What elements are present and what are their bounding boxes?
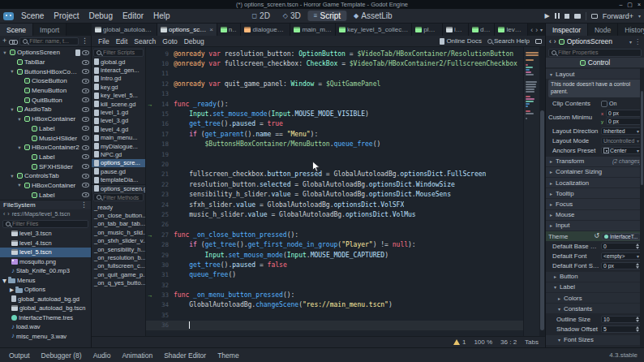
stop-button[interactable] (565, 14, 569, 19)
spinner-arrows[interactable] (636, 317, 639, 322)
bottom-panel-output[interactable]: Output (4, 351, 35, 360)
code-line-15[interactable]: 15 Input.set_mouse_mode(Input.MOUSE_MODE… (146, 109, 523, 119)
movie-mode-button[interactable] (574, 14, 581, 19)
online-docs-button[interactable]: Online Docs (440, 37, 482, 45)
bottom-panel-animation[interactable]: Animation (117, 351, 157, 360)
scene-options-icon[interactable]: ⋮ (81, 37, 88, 45)
spinner-arrows[interactable] (636, 263, 639, 269)
workspace-assetlib[interactable]: ◆AssetLib (348, 11, 398, 21)
code-line-26[interactable]: 26 (146, 220, 523, 230)
script-item-npc-gd[interactable]: NPC.gd (92, 150, 145, 158)
add-node-button[interactable]: + (2, 37, 6, 45)
dock-tab-node[interactable]: Node (588, 24, 618, 36)
indent-type[interactable]: Tabs (525, 338, 539, 346)
object-history-icon[interactable]: ▾ (629, 39, 632, 45)
connected-signal-icon[interactable]: → (146, 292, 154, 298)
zoom-level[interactable]: 100 % (474, 338, 492, 346)
tab-scroll-left-icon[interactable]: ‹ (530, 26, 533, 34)
axis-value-field[interactable]: 0 px (606, 110, 642, 117)
dock-tab-scene[interactable]: Scene (0, 24, 33, 36)
spinner-arrows[interactable] (636, 326, 639, 332)
method-item-on-q-yes-butto[interactable]: _on_q_yes_butto... (92, 278, 145, 287)
inspector-subsection-label[interactable]: ▾Label (546, 282, 644, 292)
bottom-panel-shader-editor[interactable]: Shader Editor (159, 351, 211, 360)
code-line-35[interactable]: 35 (146, 310, 523, 320)
script-item-templatedia[interactable]: templateDia... (92, 175, 145, 183)
renderer-select[interactable]: Forward+ (603, 12, 633, 20)
search-help-button[interactable]: Search Help (487, 37, 530, 45)
code-line-17[interactable]: 17 if (get_parent().name == "Menu"): (146, 129, 523, 139)
scene-tab-global-autoload-bg[interactable]: global_autoload_bg (92, 24, 157, 36)
code-line-9[interactable]: 9@onready var resolution_button: OptionB… (146, 49, 523, 58)
expand-arrow-icon[interactable]: ▾ (2, 276, 6, 285)
scene-node-label[interactable]: Label (0, 124, 91, 134)
visibility-icon[interactable] (82, 126, 89, 131)
method-item-on-tab-bar-tab[interactable]: _on_tab_bar_tab... (92, 220, 145, 228)
expand-arrow-icon[interactable]: ▸ (10, 285, 14, 294)
connected-signal-icon[interactable]: → (146, 232, 154, 238)
inspector-subsection-button[interactable]: ▸Button (546, 272, 644, 282)
bottom-panel-theme[interactable]: Theme (213, 351, 243, 360)
tab-list-icon[interactable]: ▾ (540, 27, 543, 32)
scene-node-label[interactable]: Label (0, 190, 91, 200)
default-font-size-spinbox[interactable]: 0 px (601, 262, 642, 269)
filter-methods-input[interactable] (103, 195, 140, 200)
code-line-16[interactable]: 16 get_tree().paused = true (146, 119, 523, 129)
filter-properties-input[interactable] (558, 50, 638, 55)
expand-arrow-icon[interactable]: ▾ (16, 116, 23, 123)
script-item-level-1-gd[interactable]: level_1.gd (92, 108, 145, 116)
code-line-13[interactable]: 13 (146, 89, 523, 99)
code-line-34[interactable]: 34 GlobalAutoloadBg.changeScene("res://m… (146, 300, 523, 310)
close-tab-icon[interactable]: × (209, 26, 213, 33)
script-item-main-menu[interactable]: main_menu... (92, 134, 145, 142)
code-line-24[interactable]: 24 sfxh_slider.value = GlobalAutoloadBg.… (146, 200, 523, 209)
checkbox[interactable] (601, 101, 608, 107)
inspector-section-localization[interactable]: ▸Localization (546, 178, 644, 187)
expand-arrow-icon[interactable]: ▾ (9, 173, 15, 179)
inspector-section-container-sizing[interactable]: ▸Container Sizing (546, 167, 644, 177)
spin-up-icon[interactable] (636, 326, 639, 329)
code-line-32[interactable]: 32 (146, 280, 523, 290)
scrollbar-thumb[interactable] (641, 91, 643, 186)
code-line-36[interactable]: 36 (146, 321, 523, 330)
code-line-27[interactable]: →27func _on_close_button_pressed(): (146, 230, 523, 239)
scene-node-controlstab[interactable]: ▾ControlsTab (0, 171, 91, 181)
file-item-interfacetheme-tres[interactable]: InterfaceTheme.tres (0, 313, 91, 323)
script-item-level-4-gd[interactable]: level_4.gd (92, 125, 145, 133)
revert-icon[interactable]: ↺ (594, 233, 599, 239)
bottom-panel-debugger-8[interactable]: Debugger (8) (36, 351, 87, 360)
method-item-on-quit-game-p[interactable]: _on_quit_game_p... (92, 270, 145, 278)
scene-node-menubutton[interactable]: MenuButton (0, 86, 91, 96)
code-line-19[interactable]: 19 (146, 149, 523, 159)
visibility-icon[interactable] (82, 117, 89, 122)
spin-down-icon[interactable] (636, 247, 639, 249)
code-line-20[interactable]: 20 (146, 159, 523, 169)
scene-node-buttonshboxcontainer[interactable]: ▾ButtonsHBoxContainer (0, 67, 91, 76)
method-item-ready[interactable]: _ready (92, 203, 145, 211)
script-item-level-3-gd[interactable]: level_3.gd (92, 117, 145, 125)
anchors-preset-select[interactable]: Center▾ (601, 147, 642, 154)
play-button[interactable]: ▶ (545, 12, 550, 19)
scene-tab-dialogue-box[interactable]: dialogue_box (241, 24, 290, 36)
history-back-icon[interactable]: ‹ (549, 37, 552, 45)
method-item-on-resolution-b[interactable]: _on_resolution_b... (92, 253, 145, 261)
spin-down-icon[interactable] (636, 320, 639, 322)
menu-scene[interactable]: Scene (16, 11, 49, 21)
pause-button[interactable] (555, 13, 560, 19)
scene-tab-door[interactable]: door (469, 24, 495, 36)
code-line-22[interactable]: 22 resolution_button.selected = GlobalAu… (146, 179, 523, 189)
script-menu-goto[interactable]: Goto (159, 37, 180, 45)
inspector-section-layout[interactable]: ▾Layout (546, 69, 644, 79)
visibility-icon[interactable] (82, 154, 89, 159)
visibility-icon[interactable] (82, 97, 89, 102)
scene-node-audiotab[interactable]: ▾AudioTab (0, 105, 91, 114)
spin-down-icon[interactable] (636, 266, 639, 269)
scene-node-optionsscreen[interactable]: ▾OptionsScreen (0, 48, 91, 58)
expand-arrow-icon[interactable]: ▾ (16, 182, 23, 188)
script-menu-search[interactable]: Search (131, 37, 159, 45)
scene-tab-player[interactable]: player (412, 24, 443, 36)
category-control[interactable]: Control (546, 58, 644, 67)
file-item-level-4-tscn[interactable]: level_4.tscn (0, 239, 91, 248)
inspector-section-tooltip[interactable]: ▸Tooltip (546, 188, 644, 198)
workspace-script[interactable]: ≡Script (308, 11, 346, 21)
